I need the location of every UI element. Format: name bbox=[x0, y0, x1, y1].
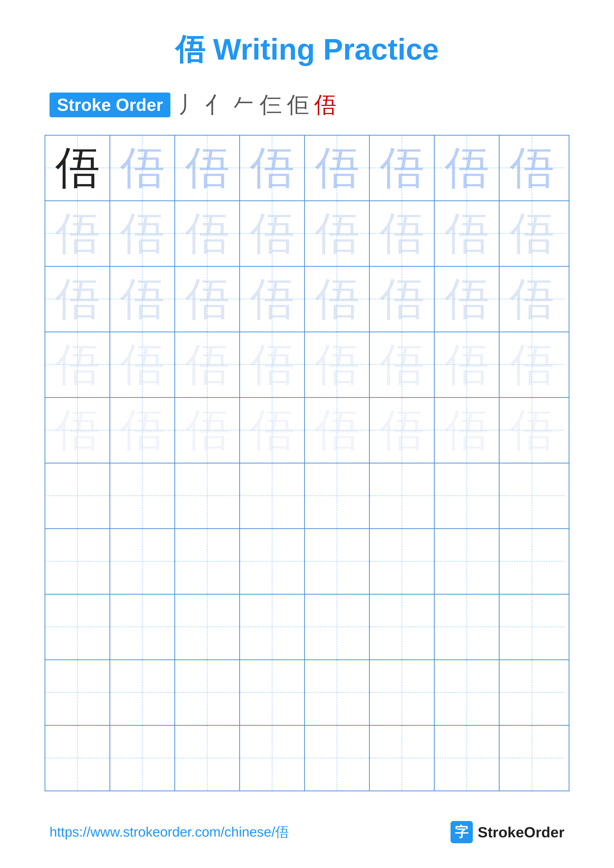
grid-cell-empty[interactable] bbox=[45, 463, 110, 528]
grid-cell-empty[interactable] bbox=[305, 595, 370, 659]
grid-cell[interactable]: 俉 bbox=[175, 267, 240, 332]
grid-cell[interactable]: 俉 bbox=[110, 332, 175, 397]
grid-cell[interactable]: 俉 bbox=[240, 201, 305, 266]
grid-cell[interactable]: 俉 bbox=[240, 267, 305, 332]
grid-cell[interactable]: 俉 bbox=[45, 332, 110, 397]
grid-cell-empty[interactable] bbox=[45, 726, 110, 790]
grid-cell-empty[interactable] bbox=[175, 463, 240, 528]
grid-cell-empty[interactable] bbox=[240, 463, 305, 528]
grid-cell[interactable]: 俉 bbox=[110, 201, 175, 266]
stroke-3: 𠂉 bbox=[232, 92, 255, 118]
grid-cell-empty[interactable] bbox=[110, 463, 175, 528]
grid-cell[interactable]: 俉 bbox=[45, 201, 110, 266]
grid-cell[interactable]: 俉 bbox=[500, 398, 564, 463]
grid-cell-empty[interactable] bbox=[500, 726, 564, 790]
grid-cell-empty[interactable] bbox=[435, 595, 500, 659]
grid-cell[interactable]: 俉 bbox=[370, 136, 435, 200]
grid-cell-empty[interactable] bbox=[305, 529, 370, 594]
grid-cell[interactable]: 俉 bbox=[110, 398, 175, 463]
grid-cell-empty[interactable] bbox=[370, 660, 435, 725]
grid-cell-empty[interactable] bbox=[45, 529, 110, 594]
grid-cell-empty[interactable] bbox=[500, 529, 564, 594]
char-light-2: 俉 bbox=[185, 204, 230, 264]
grid-cell[interactable]: 俉 bbox=[175, 136, 240, 200]
grid-cell-empty[interactable] bbox=[435, 463, 500, 528]
title-char: 俉 bbox=[175, 33, 205, 66]
char-light-4: 俉 bbox=[380, 400, 424, 460]
grid-cell[interactable]: 俉 bbox=[240, 332, 305, 397]
grid-cell-empty[interactable] bbox=[500, 595, 564, 659]
footer-url: https://www.strokeorder.com/chinese/俉 bbox=[50, 823, 289, 841]
grid-cell-empty[interactable] bbox=[110, 595, 175, 659]
grid-cell-empty[interactable] bbox=[435, 660, 500, 725]
grid-cell-empty[interactable] bbox=[175, 595, 240, 659]
grid-cell-empty[interactable] bbox=[500, 660, 564, 725]
grid-cell[interactable]: 俉 bbox=[305, 136, 370, 200]
grid-cell[interactable]: 俉 bbox=[175, 201, 240, 266]
char-light-4: 俉 bbox=[445, 400, 489, 460]
grid-cell-empty[interactable] bbox=[175, 726, 240, 790]
grid-cell-empty[interactable] bbox=[240, 726, 305, 790]
page-title: 俉 Writing Practice bbox=[0, 0, 614, 90]
char-light-1: 俉 bbox=[510, 138, 554, 198]
grid-cell-empty[interactable] bbox=[45, 660, 110, 725]
grid-cell-empty[interactable] bbox=[240, 660, 305, 725]
grid-cell-empty[interactable] bbox=[240, 595, 305, 659]
grid-cell[interactable]: 俉 bbox=[500, 332, 564, 397]
char-light-4: 俉 bbox=[120, 400, 165, 460]
grid-row-6 bbox=[45, 463, 569, 529]
grid-cell-empty[interactable] bbox=[500, 463, 564, 528]
footer: https://www.strokeorder.com/chinese/俉 字 … bbox=[0, 821, 614, 843]
grid-cell[interactable]: 俉 bbox=[240, 136, 305, 200]
grid-cell[interactable]: 俉 bbox=[110, 267, 175, 332]
grid-cell-empty[interactable] bbox=[370, 595, 435, 659]
grid-cell[interactable]: 俉 bbox=[370, 201, 435, 266]
grid-cell[interactable]: 俉 bbox=[45, 267, 110, 332]
logo-text: StrokeOrder bbox=[478, 824, 564, 841]
grid-cell[interactable]: 俉 bbox=[500, 267, 564, 332]
char-light-1: 俉 bbox=[250, 138, 294, 198]
grid-cell[interactable]: 俉 bbox=[435, 332, 500, 397]
grid-cell[interactable]: 俉 bbox=[370, 267, 435, 332]
char-light-2: 俉 bbox=[250, 204, 294, 264]
grid-cell-empty[interactable] bbox=[110, 660, 175, 725]
char-light-3: 俉 bbox=[120, 335, 165, 395]
grid-cell-empty[interactable] bbox=[175, 660, 240, 725]
grid-cell-empty[interactable] bbox=[305, 463, 370, 528]
char-light-2: 俉 bbox=[315, 269, 359, 329]
grid-cell[interactable]: 俉 bbox=[370, 398, 435, 463]
char-light-1: 俉 bbox=[315, 138, 359, 198]
grid-cell-empty[interactable] bbox=[110, 529, 175, 594]
grid-cell-empty[interactable] bbox=[370, 463, 435, 528]
grid-cell[interactable]: 俉 bbox=[175, 332, 240, 397]
grid-cell[interactable]: 俉 bbox=[45, 398, 110, 463]
grid-cell[interactable]: 俉 bbox=[370, 332, 435, 397]
grid-cell[interactable]: 俉 bbox=[435, 267, 500, 332]
grid-cell[interactable]: 俉 bbox=[110, 136, 175, 200]
grid-cell[interactable]: 俉 bbox=[435, 136, 500, 200]
char-light-1: 俉 bbox=[120, 138, 165, 198]
grid-cell[interactable]: 俉 bbox=[305, 201, 370, 266]
grid-cell[interactable]: 俉 bbox=[435, 398, 500, 463]
grid-cell-empty[interactable] bbox=[370, 726, 435, 790]
grid-cell-empty[interactable] bbox=[175, 529, 240, 594]
grid-cell-empty[interactable] bbox=[435, 726, 500, 790]
writing-grid: 俉 俉 俉 俉 俉 俉 俉 俉 俉 俉 俉 bbox=[45, 135, 569, 791]
grid-cell-empty[interactable] bbox=[240, 529, 305, 594]
grid-cell-empty[interactable] bbox=[435, 529, 500, 594]
grid-cell[interactable]: 俉 bbox=[305, 267, 370, 332]
grid-cell-empty[interactable] bbox=[45, 595, 110, 659]
grid-cell[interactable]: 俉 bbox=[500, 136, 564, 200]
grid-cell[interactable]: 俉 bbox=[45, 136, 110, 200]
grid-cell[interactable]: 俉 bbox=[435, 201, 500, 266]
grid-cell[interactable]: 俉 bbox=[305, 398, 370, 463]
grid-cell-empty[interactable] bbox=[305, 660, 370, 725]
grid-cell[interactable]: 俉 bbox=[305, 332, 370, 397]
grid-cell[interactable]: 俉 bbox=[240, 398, 305, 463]
char-light-2: 俉 bbox=[250, 269, 294, 329]
grid-cell[interactable]: 俉 bbox=[500, 201, 564, 266]
grid-cell-empty[interactable] bbox=[370, 529, 435, 594]
grid-cell-empty[interactable] bbox=[305, 726, 370, 790]
grid-cell-empty[interactable] bbox=[110, 726, 175, 790]
grid-cell[interactable]: 俉 bbox=[175, 398, 240, 463]
